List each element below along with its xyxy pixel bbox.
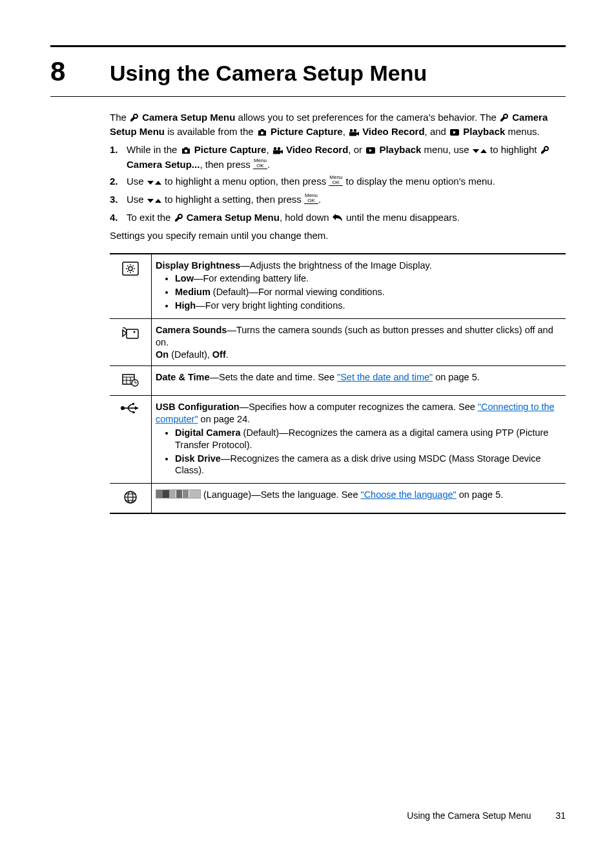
svg-point-7: [278, 147, 280, 149]
setting-desc: —Sets the date and time. See: [210, 372, 337, 382]
options-list: Low—For extending battery life. Medium (…: [156, 272, 562, 312]
cell: (Language)—Sets the language. See "Choos…: [152, 484, 566, 513]
setting-desc: —Specifies how a computer recognizes the…: [240, 402, 478, 412]
step-text: Use to highlight a menu option, then pre…: [127, 174, 566, 190]
updown-icon: [473, 144, 487, 158]
text: menu, use: [421, 144, 471, 155]
svg-point-5: [184, 149, 187, 152]
video-icon: [349, 127, 359, 139]
text: —For extending battery life.: [194, 273, 309, 283]
text: .: [318, 194, 321, 205]
text: Use: [127, 176, 147, 187]
text: Low: [175, 273, 194, 283]
link-set-date-time[interactable]: "Set the date and time": [337, 372, 433, 382]
option: Disk Drive—Recognizes the camera as a di…: [175, 453, 562, 477]
text: —For very bright lighting conditions.: [196, 300, 345, 311]
step-number: 1.: [110, 143, 127, 172]
text: Off: [212, 349, 226, 360]
row-date-time: Date & Time—Sets the date and time. See …: [110, 366, 566, 396]
camera-icon: [257, 127, 267, 139]
step-number: 2.: [110, 174, 127, 190]
row-usb-config: USB Configuration—Specifies how a comput…: [110, 396, 566, 484]
text: to highlight: [490, 144, 540, 155]
row-language: (Language)—Sets the language. See "Choos…: [110, 484, 566, 513]
globe-icon: [110, 484, 152, 513]
setting-title: Display Brightness: [156, 260, 240, 271]
text: High: [175, 300, 196, 311]
row-display-brightness: Display Brightness—Adjusts the brightnes…: [110, 254, 566, 319]
top-rule: [50, 45, 566, 47]
step-1: 1. While in the Picture Capture, Video R…: [110, 143, 566, 172]
wrench-icon: [540, 144, 549, 158]
text: Camera Setup Menu: [187, 212, 280, 223]
option: High—For very bright lighting conditions…: [175, 300, 562, 312]
step-number: 4.: [110, 211, 127, 226]
text: (Default),: [169, 349, 212, 360]
svg-point-33: [132, 411, 135, 414]
text: The: [110, 112, 129, 123]
text: Use: [127, 194, 147, 205]
text: to highlight a menu option, then press: [165, 176, 329, 187]
after-steps: Settings you specify remain until you ch…: [110, 229, 566, 242]
step-text: Use to highlight a setting, then press M…: [127, 192, 566, 208]
text: ,: [343, 126, 348, 137]
chapter-header: 8 Using the Camera Setup Menu: [50, 56, 566, 97]
text: on page 5.: [433, 372, 480, 382]
cell: Display Brightness—Adjusts the brightnes…: [152, 254, 566, 319]
footer: Using the Camera Setup Menu 31: [407, 810, 566, 821]
svg-point-1: [350, 129, 353, 132]
setting-desc: —Adjusts the brightness of the Image Dis…: [240, 260, 431, 271]
options-list: Digital Camera (Default)—Recognizes the …: [156, 427, 562, 477]
text: Picture Capture: [271, 126, 343, 137]
playback-icon: [449, 127, 460, 139]
wrench-icon: [130, 112, 139, 125]
step-number: 3.: [110, 192, 127, 208]
body: The Camera Setup Menu allows you to set …: [110, 111, 566, 514]
svg-rect-20: [127, 329, 138, 338]
text: Medium: [175, 287, 210, 297]
chapter-number: 8: [50, 56, 110, 87]
intro-paragraph: The Camera Setup Menu allows you to set …: [110, 111, 566, 140]
option: Digital Camera (Default)—Recognizes the …: [175, 427, 562, 451]
svg-line-18: [133, 265, 134, 267]
chapter-title: Using the Camera Setup Menu: [110, 61, 427, 86]
wrench-icon: [500, 112, 509, 125]
text: ,: [266, 144, 271, 155]
text: —Recognizes the camera as a disk drive u…: [175, 453, 541, 476]
text: , or: [348, 144, 365, 155]
text: , hold down: [280, 212, 332, 223]
text: Video Record: [286, 144, 348, 155]
link-choose-language[interactable]: "Choose the language": [361, 489, 457, 500]
wrench-icon: [174, 212, 183, 226]
text: Camera Setup...: [127, 159, 200, 170]
text: On: [156, 349, 169, 360]
page: 8 Using the Camera Setup Menu The Camera…: [0, 0, 616, 853]
page-number: 31: [555, 810, 566, 821]
step-3: 3. Use to highlight a setting, then pres…: [110, 192, 566, 208]
svg-line-17: [133, 271, 134, 272]
text: Disk Drive: [175, 453, 221, 464]
cell: USB Configuration—Specifies how a comput…: [152, 396, 566, 484]
text: Camera Setup Menu: [142, 112, 235, 123]
row-camera-sounds: Camera Sounds—Turns the camera sounds (s…: [110, 318, 566, 366]
text: , then press: [200, 159, 253, 170]
svg-point-11: [128, 267, 132, 271]
svg-line-16: [127, 265, 128, 267]
step-text: While in the Picture Capture, Video Reco…: [127, 143, 566, 172]
setting-title: Date & Time: [156, 372, 210, 382]
setting-desc: (Language)—Sets the language. See: [203, 489, 360, 500]
step-2: 2. Use to highlight a menu option, then …: [110, 174, 566, 190]
text: allows you to set preferences for the ca…: [238, 112, 499, 123]
updown-icon: [147, 176, 161, 190]
svg-rect-32: [132, 403, 134, 405]
text: until the menu disappears.: [346, 212, 460, 223]
svg-point-6: [274, 147, 276, 149]
text: Digital Camera: [175, 427, 241, 438]
step-text: To exit the Camera Setup Menu, hold down…: [127, 211, 566, 226]
camera-icon: [181, 144, 191, 158]
settings-table: Display Brightness—Adjusts the brightnes…: [110, 253, 566, 515]
video-icon: [272, 144, 283, 158]
text: to highlight a setting, then press: [165, 194, 304, 205]
menu-ok-icon: MenuOK: [329, 175, 343, 186]
cell: Date & Time—Sets the date and time. See …: [152, 366, 566, 396]
